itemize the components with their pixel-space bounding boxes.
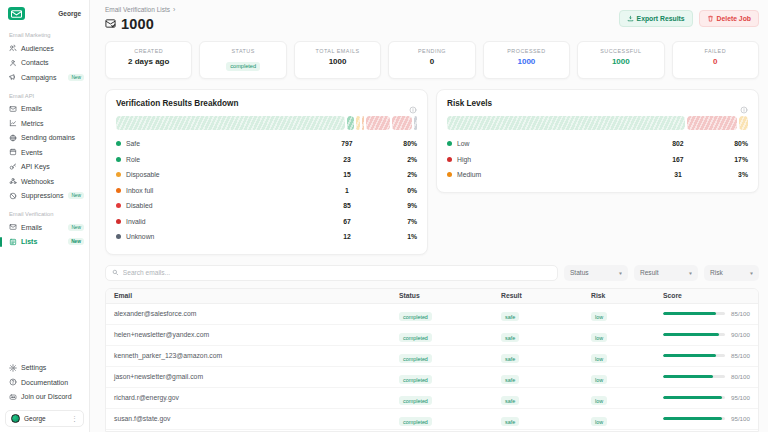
bar-segment-role (347, 116, 354, 130)
column-header-score: Score (663, 292, 750, 299)
sidebar-item-lists[interactable]: ListsNew (0, 235, 89, 250)
sidebar-item-sending-domains[interactable]: Sending domains (0, 131, 89, 146)
table-row[interactable]: helen+newsletter@yandex.comcompletedsafe… (106, 325, 758, 346)
breadcrumb[interactable]: Email Verification Lists › (105, 6, 175, 13)
sidebar-item-emails[interactable]: Emails (0, 102, 89, 117)
legend-label: Role (126, 156, 140, 163)
stacked-bar (447, 116, 748, 130)
sidebar-item-label: Lists (21, 238, 37, 245)
bar-segment-high (687, 116, 737, 130)
workspace-name[interactable]: George (58, 10, 81, 17)
filter-bar: Status ▾ Result ▾ Risk ▾ (105, 265, 759, 281)
table-row[interactable]: susan.f@state.govcompletedsafelow95/100 (106, 409, 758, 430)
sidebar-item-settings[interactable]: Settings (0, 361, 89, 376)
sidebar-item-events[interactable]: Events (0, 145, 89, 160)
sidebar-item-label: Audiences (21, 45, 54, 52)
breadcrumb-label[interactable]: Email Verification Lists (105, 6, 170, 13)
metrics-icon (9, 119, 17, 127)
bar-segment-disposable (356, 116, 360, 130)
legend-count: 31 (648, 171, 708, 178)
legend-count: 15 (317, 171, 377, 178)
legend-percent: 9% (377, 202, 417, 209)
risk-badge: low (591, 333, 607, 342)
sidebar-item-campaigns[interactable]: CampaignsNew (0, 70, 89, 85)
sidebar-item-contacts[interactable]: Contacts (0, 56, 89, 71)
more-options-icon[interactable]: ⋮ (71, 415, 78, 423)
sidebar-item-documentation[interactable]: Documentation (0, 375, 89, 390)
legend-percent: 17% (708, 156, 748, 163)
table-row[interactable]: jason+newsletter@gmail.comcompletedsafel… (106, 367, 758, 388)
bar-segment-safe (116, 116, 345, 130)
stacked-bar (116, 116, 417, 130)
user-menu[interactable]: George ⋮ (5, 410, 84, 427)
legend-percent: 2% (377, 156, 417, 163)
bar-segment-unknown (414, 116, 417, 130)
stat-value: 1000 (488, 57, 565, 66)
legend-dot (116, 234, 121, 239)
score-cell: 95/100 (663, 394, 750, 401)
legend-label: Unknown (126, 233, 154, 240)
search-box[interactable] (105, 265, 558, 281)
sidebar-item-suppressions[interactable]: SuppressionsNew (0, 189, 89, 204)
risk-badge: low (591, 396, 607, 405)
stat-value: 2 days ago (110, 57, 187, 66)
sidebar-item-api-keys[interactable]: API Keys (0, 160, 89, 175)
result-badge: safe (501, 354, 519, 363)
sidebar-item-join-our-discord[interactable]: Join our Discord (0, 390, 89, 405)
legend-percent: 80% (708, 140, 748, 147)
legend-row: Invalid677% (116, 214, 417, 230)
info-icon[interactable] (409, 100, 417, 108)
legend-count: 12 (317, 233, 377, 240)
sidebar-item-metrics[interactable]: Metrics (0, 116, 89, 131)
score-label: 85/100 (731, 352, 750, 359)
bar-segment-low (447, 116, 685, 130)
sidebar-item-label: Contacts (21, 59, 49, 66)
result-filter-dropdown[interactable]: Result ▾ (634, 265, 698, 281)
delete-job-button[interactable]: Delete Job (699, 10, 759, 27)
export-results-label: Export Results (637, 15, 685, 22)
legend-label: Safe (126, 140, 140, 147)
email-check-icon (105, 15, 116, 33)
sidebar-item-label: Sending domains (21, 134, 75, 141)
column-header-status: Status (399, 292, 501, 299)
stat-value: 0 (393, 57, 470, 66)
settings-icon (9, 364, 17, 372)
legend-percent: 0% (377, 187, 417, 194)
table-row[interactable]: alexander@salesforce.comcompletedsafelow… (106, 304, 758, 325)
column-header-result: Result (501, 292, 591, 299)
info-icon[interactable] (740, 100, 748, 108)
legend-dot (116, 188, 121, 193)
export-results-button[interactable]: Export Results (619, 10, 693, 27)
app-window: George Email MarketingAudiencesContactsC… (0, 0, 768, 432)
legend-percent: 7% (377, 218, 417, 225)
sidebar-item-label: Join our Discord (21, 393, 72, 400)
campaigns-icon (9, 73, 17, 81)
stat-value: 1000 (582, 57, 659, 66)
app-logo-icon[interactable] (8, 7, 25, 20)
sidebar-item-emails[interactable]: EmailsNew (0, 220, 89, 235)
status-filter-dropdown[interactable]: Status ▾ (564, 265, 628, 281)
email-cell: alexander@salesforce.com (114, 310, 399, 317)
discord-icon (9, 393, 17, 401)
sidebar-item-webhooks[interactable]: Webhooks (0, 174, 89, 189)
table-row[interactable]: kenneth_parker_123@amazon.comcompletedsa… (106, 346, 758, 367)
email-cell: kenneth_parker_123@amazon.com (114, 352, 399, 359)
result-badge: safe (501, 396, 519, 405)
score-bar (663, 396, 725, 400)
trash-icon (707, 15, 714, 22)
events-icon (9, 148, 17, 156)
search-input[interactable] (123, 269, 551, 276)
risk-filter-dropdown[interactable]: Risk ▾ (704, 265, 759, 281)
legend-row: Medium313% (447, 167, 748, 183)
table-row[interactable]: richard.r@energy.govcompletedsafelow95/1… (106, 388, 758, 409)
score-cell: 90/100 (663, 331, 750, 338)
email-cell: susan.f@state.gov (114, 415, 399, 422)
score-cell: 95/100 (663, 415, 750, 422)
score-bar (663, 312, 725, 316)
chevron-down-icon: ▾ (750, 270, 753, 276)
legend-count: 67 (317, 218, 377, 225)
avatar (11, 414, 20, 423)
sidebar-item-audiences[interactable]: Audiences (0, 41, 89, 56)
legend-label: Inbox full (126, 187, 153, 194)
bar-segment-invalid (392, 116, 411, 130)
